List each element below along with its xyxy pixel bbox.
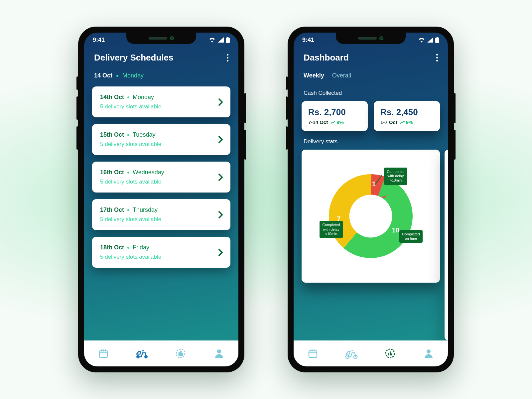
donut-label-major: Completedwith delay>10min <box>384 168 407 185</box>
svg-point-13 <box>217 349 221 353</box>
nav-profile[interactable] <box>422 346 436 360</box>
nav-calendar[interactable] <box>306 346 320 360</box>
scooter-icon <box>135 348 149 359</box>
cash-amount: Rs. 2,450 <box>380 107 433 117</box>
delivery-stats-card[interactable]: 10 7 1 Completedon-time Completedwith de… <box>302 150 440 283</box>
more-menu-button[interactable] <box>227 54 228 62</box>
calendar-icon <box>308 348 318 359</box>
chevron-right-icon <box>218 174 223 181</box>
cash-section-label: Cash Collected <box>294 82 448 101</box>
delivery-donut-chart: 10 7 1 Completedon-time Completedwith de… <box>324 170 417 263</box>
cash-delta: 9% <box>331 119 344 125</box>
svg-rect-10 <box>179 353 180 355</box>
current-date: 14 Oct <box>94 72 112 79</box>
svg-rect-0 <box>226 38 230 43</box>
donut-value-major: 1 <box>372 180 376 188</box>
phone-delivery-schedules: 9:41 Delivery Schedules 14 Oct Monday 14… <box>78 27 244 372</box>
cash-range: 1-7 Oct <box>380 119 397 125</box>
wifi-icon <box>208 37 216 43</box>
trend-up-icon <box>331 121 335 124</box>
wifi-icon <box>418 37 425 43</box>
schedule-slots: 5 delivery slots available <box>100 179 222 185</box>
phone-dashboard: 9:41 Dashboard Weekly Overall Cash Colle… <box>288 27 454 372</box>
svg-rect-28 <box>388 353 389 355</box>
profile-icon <box>423 348 434 359</box>
svg-rect-11 <box>180 351 181 355</box>
svg-rect-15 <box>437 37 438 38</box>
page-title: Delivery Schedules <box>94 53 173 63</box>
schedule-day: Tuesday <box>133 131 155 138</box>
cash-card[interactable]: Rs. 2,450 1-7 Oct 9% <box>374 101 440 131</box>
cash-range: 7-14 Oct <box>308 119 328 125</box>
stats-icon <box>385 348 395 359</box>
schedule-date: 16th Oct <box>100 169 124 176</box>
trend-up-icon <box>400 121 405 124</box>
schedule-slots: 5 delivery slots available <box>100 141 222 148</box>
current-date-header: 14 Oct Monday <box>84 66 238 86</box>
svg-point-31 <box>427 349 431 353</box>
stats-icon <box>175 348 186 359</box>
nav-profile[interactable] <box>212 346 226 360</box>
tab-weekly[interactable]: Weekly <box>304 72 324 79</box>
svg-rect-20 <box>309 351 317 357</box>
notch <box>126 33 196 44</box>
schedule-day: Wednesday <box>133 169 164 176</box>
nav-delivery[interactable] <box>135 346 149 360</box>
page-title: Dashboard <box>304 53 349 63</box>
profile-icon <box>214 348 224 359</box>
dashboard-tabs: Weekly Overall <box>294 66 448 82</box>
notch <box>336 33 406 44</box>
status-time: 9:41 <box>93 37 105 44</box>
schedule-row[interactable]: 18th Oct Friday 5 delivery slots availab… <box>92 237 230 268</box>
cash-card[interactable]: Rs. 2,700 7-14 Oct 9% <box>302 101 368 131</box>
schedule-slots: 5 delivery slots available <box>100 254 222 260</box>
cash-delta: 9% <box>400 119 413 125</box>
svg-rect-14 <box>435 38 439 43</box>
schedule-date: 18th Oct <box>100 244 124 251</box>
status-time: 9:41 <box>302 37 314 44</box>
schedule-row[interactable]: 15th Oct Tuesday 5 delivery slots availa… <box>92 124 230 155</box>
schedule-row[interactable]: 16th Oct Wednesday 5 delivery slots avai… <box>92 162 230 193</box>
schedule-date: 17th Oct <box>100 206 124 213</box>
svg-rect-1 <box>227 37 228 38</box>
schedule-list: 14th Oct Monday 5 delivery slots availab… <box>84 86 238 340</box>
schedule-row[interactable]: 14th Oct Monday 5 delivery slots availab… <box>92 86 230 117</box>
schedule-row[interactable]: 17th Oct Thursday 5 delivery slots avail… <box>92 199 230 230</box>
bottom-nav <box>84 340 238 366</box>
chevron-right-icon <box>218 211 223 218</box>
calendar-icon <box>98 348 109 359</box>
signal-icon <box>427 37 433 43</box>
nav-stats[interactable] <box>174 346 188 360</box>
battery-icon <box>435 37 439 43</box>
tab-overall[interactable]: Overall <box>332 72 351 79</box>
nav-delivery[interactable] <box>344 346 358 360</box>
nav-calendar[interactable] <box>96 346 110 360</box>
donut-label-ontime: Completedon-time <box>399 230 423 243</box>
schedule-date: 14th Oct <box>100 94 124 101</box>
donut-value-ontime: 10 <box>392 226 399 234</box>
schedule-date: 15th Oct <box>100 131 124 138</box>
nav-stats[interactable] <box>383 346 397 360</box>
donut-label-minor: Completedwith delay<10min <box>320 221 343 238</box>
schedule-slots: 5 delivery slots available <box>100 216 222 223</box>
stats-section-label: Delivery stats <box>294 131 448 150</box>
battery-icon <box>226 37 230 43</box>
schedule-day: Friday <box>133 244 149 251</box>
next-stats-card-peek[interactable] <box>445 150 448 340</box>
scooter-icon <box>345 348 358 359</box>
more-menu-button[interactable] <box>436 54 438 62</box>
schedule-slots: 5 delivery slots available <box>100 103 222 110</box>
signal-icon <box>218 37 224 43</box>
schedule-day: Monday <box>133 94 154 101</box>
chevron-right-icon <box>218 98 223 106</box>
chevron-right-icon <box>218 249 223 256</box>
svg-rect-30 <box>391 353 392 355</box>
schedule-day: Thursday <box>133 206 158 213</box>
current-day: Monday <box>122 72 144 79</box>
bottom-nav <box>294 340 448 366</box>
svg-rect-29 <box>390 351 391 355</box>
cash-amount: Rs. 2,700 <box>308 107 361 117</box>
chevron-right-icon <box>218 136 223 143</box>
svg-rect-2 <box>99 351 107 357</box>
svg-rect-12 <box>182 353 183 355</box>
